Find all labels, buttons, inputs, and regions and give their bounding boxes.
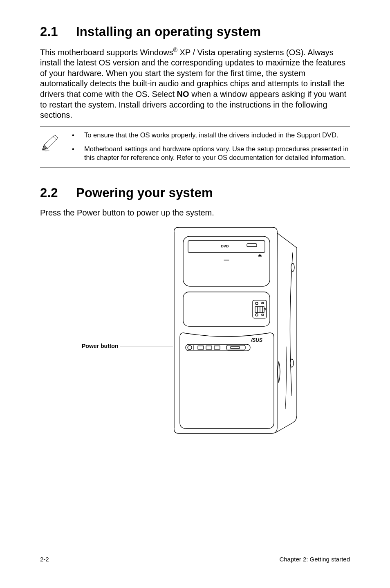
svg-rect-26 xyxy=(214,346,220,349)
svg-rect-13 xyxy=(255,307,264,312)
svg-rect-6 xyxy=(247,244,257,247)
section-2-1-body: This motherboard supports Windows® XP / … xyxy=(40,47,350,121)
bullet: • xyxy=(72,145,84,163)
section-2-2-body: Press the Power button to power up the s… xyxy=(40,208,350,218)
svg-rect-24 xyxy=(198,346,204,349)
svg-rect-28 xyxy=(231,347,240,348)
note-item: • Motherboard settings and hardware opti… xyxy=(72,145,350,163)
body-pre: This motherboard supports Windows xyxy=(40,48,173,57)
svg-rect-17 xyxy=(264,308,265,310)
footer-chapter: Chapter 2: Getting started xyxy=(279,556,350,563)
note-item: • To ensure that the OS works properly, … xyxy=(72,131,350,140)
section-number: 2.2 xyxy=(40,186,76,200)
svg-point-22 xyxy=(188,346,192,350)
svg-point-2 xyxy=(290,359,294,367)
section-number: 2.1 xyxy=(40,25,76,39)
section-2-1-heading: 2.1Installing an operating system xyxy=(40,25,350,39)
page-footer: 2-2 Chapter 2: Getting started xyxy=(40,553,350,563)
svg-text:/SUS: /SUS xyxy=(251,337,262,343)
registered-mark: ® xyxy=(173,47,177,53)
section-2-2-heading: 2.2Powering your system xyxy=(40,186,350,200)
note-block: • To ensure that the OS works properly, … xyxy=(40,126,350,168)
svg-rect-25 xyxy=(206,346,212,349)
note-pencil-icon xyxy=(40,131,63,162)
svg-point-0 xyxy=(42,150,49,151)
tower-diagram: Power button DVD xyxy=(40,224,350,453)
svg-rect-12 xyxy=(262,303,264,304)
section-title-text: Installing an operating system xyxy=(76,25,261,39)
bullet: • xyxy=(72,131,84,140)
bold-no: NO xyxy=(177,90,189,99)
section-title-text: Powering your system xyxy=(76,186,213,200)
note-text: To ensure that the OS works properly, in… xyxy=(84,131,350,140)
svg-point-18 xyxy=(256,314,258,316)
footer-page-number: 2-2 xyxy=(40,556,49,563)
svg-text:DVD: DVD xyxy=(221,244,229,248)
note-items: • To ensure that the OS works properly, … xyxy=(63,131,350,162)
note-text: Motherboard settings and hardware option… xyxy=(84,145,350,163)
power-button-label: Power button xyxy=(82,343,118,349)
svg-point-1 xyxy=(291,263,294,272)
tower-svg: DVD xyxy=(155,224,318,437)
svg-rect-19 xyxy=(262,314,264,315)
svg-point-11 xyxy=(256,302,258,305)
